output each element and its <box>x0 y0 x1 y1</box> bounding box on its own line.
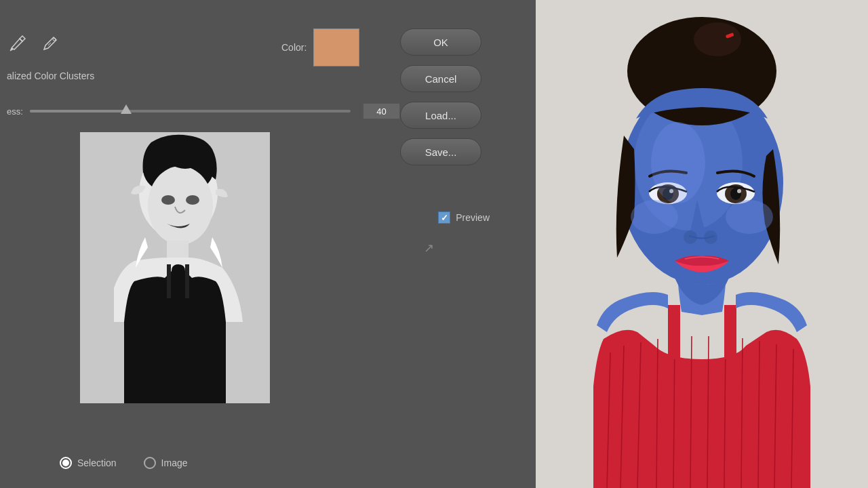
color-row: Color: <box>281 28 359 66</box>
radio-selection-inner <box>62 460 69 466</box>
svg-rect-10 <box>167 264 171 298</box>
svg-point-45 <box>651 122 705 203</box>
bw-preview <box>80 132 270 403</box>
svg-point-6 <box>166 139 204 169</box>
radio-selection-outer[interactable] <box>60 457 72 469</box>
svg-point-5 <box>148 166 213 245</box>
fuzziness-row: ess: 40 <box>7 103 400 119</box>
eyedropper-tool-icon[interactable] <box>39 33 61 54</box>
slider-thumb[interactable] <box>121 104 132 114</box>
bw-preview-container <box>80 132 270 403</box>
fuzziness-label: ess: <box>7 106 23 117</box>
svg-point-43 <box>631 200 678 234</box>
fuzziness-input[interactable]: 40 <box>363 103 400 119</box>
svg-point-44 <box>726 200 773 234</box>
image-panel <box>536 0 868 488</box>
tools-row <box>7 33 61 54</box>
svg-point-7 <box>161 195 175 205</box>
radio-selection-label: Selection <box>77 458 117 468</box>
preview-label: Preview <box>456 212 490 223</box>
fuzziness-slider-track[interactable] <box>30 110 351 113</box>
dialog-panel: alized Color Clusters ess: 40 Color: OK … <box>0 0 536 488</box>
photo-preview <box>536 0 868 488</box>
radio-image[interactable]: Image <box>144 457 188 469</box>
radio-image-label: Image <box>161 458 188 468</box>
svg-point-31 <box>694 22 741 56</box>
svg-rect-26 <box>724 305 736 359</box>
svg-line-1 <box>48 43 51 45</box>
svg-rect-11 <box>185 264 189 298</box>
slider-fill <box>30 110 126 113</box>
color-label: Color: <box>281 42 307 53</box>
buttons-column: OK Cancel Load... Save... <box>400 28 481 165</box>
cancel-button[interactable]: Cancel <box>400 65 481 92</box>
preview-checkbox-row[interactable]: ✓ Preview <box>438 211 490 224</box>
brush-tool-icon[interactable] <box>7 33 28 54</box>
radio-row: Selection Image <box>60 457 188 469</box>
panel-title: alized Color Clusters <box>7 70 94 81</box>
save-button[interactable]: Save... <box>400 138 481 165</box>
svg-rect-25 <box>668 305 680 359</box>
photo-svg <box>536 0 868 488</box>
svg-point-40 <box>737 189 741 193</box>
radio-image-outer[interactable] <box>144 457 156 469</box>
load-button[interactable]: Load... <box>400 102 481 129</box>
cursor-icon: ↗ <box>424 241 434 256</box>
svg-point-8 <box>186 195 199 205</box>
preview-checkbox[interactable]: ✓ <box>438 211 450 224</box>
color-swatch[interactable] <box>313 28 359 66</box>
radio-selection[interactable]: Selection <box>60 457 117 469</box>
ok-button[interactable]: OK <box>400 28 481 56</box>
